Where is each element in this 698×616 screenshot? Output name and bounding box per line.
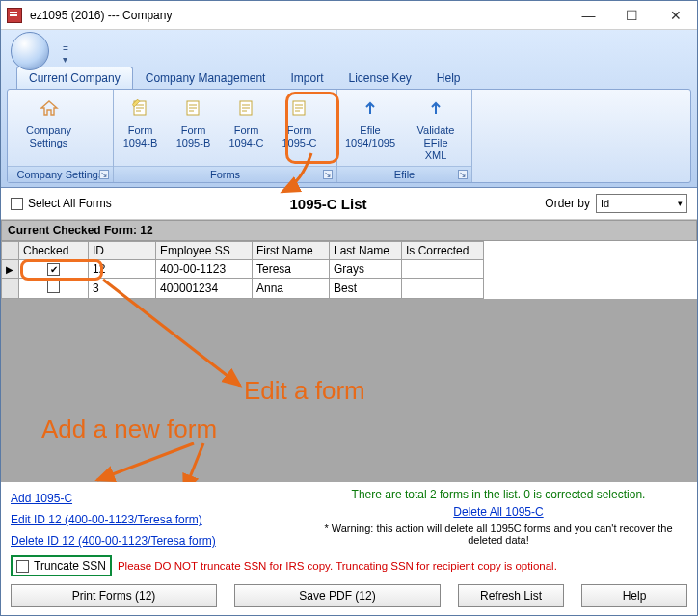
ribbon-content: Company Settings Company Settings↘ Form …: [7, 89, 691, 183]
company-settings-label: Company Settings: [26, 124, 71, 149]
form-1095b-button[interactable]: Form 1095-B: [167, 90, 220, 166]
titlebar: ez1095 (2016) --- Company — ☐ ✕: [1, 1, 697, 30]
orderby-label: Order by: [545, 197, 590, 210]
chevron-down-icon: ▾: [678, 199, 683, 208]
group-label-forms: Forms: [210, 169, 240, 180]
table-row[interactable]: 3 400001234 Anna Best: [2, 279, 484, 299]
form-icon: [183, 97, 204, 119]
annotation-add-form: Add a new form: [41, 415, 217, 444]
delete-all-link[interactable]: Delete All 1095-C: [453, 505, 543, 519]
tab-import[interactable]: Import: [278, 67, 336, 89]
col-is-corrected[interactable]: Is Corrected: [402, 242, 484, 260]
add-1095c-link[interactable]: Add 1095-C: [11, 492, 72, 505]
close-button[interactable]: ✕: [654, 2, 697, 29]
cell-fn: Teresa: [253, 260, 330, 279]
list-header-bar: Select All Forms 1095-C List Order by Id…: [1, 188, 697, 220]
table-row[interactable]: ▶ ✔ 12 400-00-1123 Teresa Grays: [2, 260, 484, 279]
delete-form-link[interactable]: Delete ID 12 (400-00-1123/Teresa form): [11, 534, 216, 548]
list-title: 1095-C List: [112, 196, 546, 212]
dialog-launcher-icon[interactable]: ↘: [323, 170, 333, 179]
col-checked[interactable]: Checked: [19, 242, 89, 260]
tab-company-management[interactable]: Company Management: [133, 67, 279, 89]
print-forms-button[interactable]: Print Forms (12): [11, 584, 217, 607]
svg-line-5: [97, 443, 194, 480]
truncate-ssn-checkbox[interactable]: Truncate SSN: [11, 555, 112, 576]
cell-fn: Anna: [253, 279, 330, 299]
dialog-launcher-icon[interactable]: ↘: [99, 170, 109, 179]
efile-1094-1095-button[interactable]: Efile 1094/1095: [337, 90, 403, 166]
ribbon-area: =▾ Current Company Company Management Im…: [1, 30, 697, 188]
qat-dropdown-icon[interactable]: =▾: [63, 43, 68, 65]
minimize-button[interactable]: —: [567, 2, 610, 29]
grid-area: Checked ID Employee SS First Name Last N…: [1, 241, 697, 482]
ribbon-tabs: Current Company Company Management Impor…: [16, 67, 691, 89]
app-icon: [7, 8, 22, 23]
form-1094b-button[interactable]: Form 1094-B: [114, 90, 167, 166]
form-1094c-button[interactable]: Form 1094-C: [220, 90, 273, 166]
annotation-edit-form: Edit a form: [244, 376, 365, 406]
tab-license-key[interactable]: License Key: [336, 67, 423, 89]
forms-grid[interactable]: Checked ID Employee SS First Name Last N…: [1, 241, 484, 299]
form-icon: [130, 97, 151, 119]
delete-warning: * Warning: this action will delete all 1…: [309, 522, 687, 546]
form-1095c-label: Form 1095-C: [282, 124, 316, 149]
row-checkbox[interactable]: ✔: [47, 263, 60, 276]
group-label-company-settings: Company Settings: [17, 169, 104, 180]
cell-ss: 400-00-1123: [156, 260, 253, 279]
orderby-value: Id: [601, 198, 609, 209]
cell-ln: Best: [330, 279, 402, 299]
form-1095b-label: Form 1095-B: [176, 124, 210, 149]
dialog-launcher-icon[interactable]: ↘: [458, 170, 468, 179]
cell-ln: Grays: [330, 260, 402, 279]
tab-help[interactable]: Help: [424, 67, 473, 89]
cell-id: 12: [89, 260, 156, 279]
col-last-name[interactable]: Last Name: [330, 242, 402, 260]
form-1094b-label: Form 1094-B: [123, 124, 157, 149]
save-pdf-button[interactable]: Save PDF (12): [234, 584, 441, 607]
edit-form-link[interactable]: Edit ID 12 (400-00-1123/Teresa form): [11, 513, 202, 526]
orderby-select[interactable]: Id ▾: [596, 194, 687, 213]
form-icon: [236, 97, 257, 119]
refresh-list-button[interactable]: Refresh List: [458, 584, 564, 607]
grid-header-row: Checked ID Employee SS First Name Last N…: [2, 242, 484, 260]
window-title: ez1095 (2016) --- Company: [28, 9, 567, 22]
checkbox-icon: [16, 560, 29, 573]
group-label-efile: Efile: [394, 169, 415, 180]
validate-efile-xml-label: Validate EFile XML: [417, 124, 455, 163]
form-1095c-button[interactable]: Form 1095-C: [273, 90, 326, 166]
row-indicator-icon: ▶: [6, 264, 13, 275]
row-checkbox[interactable]: [47, 281, 60, 293]
company-settings-button[interactable]: Company Settings: [8, 90, 90, 166]
svg-line-6: [184, 443, 203, 482]
form-icon: [289, 97, 310, 119]
cell-corr: [402, 279, 484, 299]
truncate-ssn-warning: Please DO NOT truncate SSN for IRS copy.…: [118, 560, 557, 572]
col-id[interactable]: ID: [89, 242, 156, 260]
col-first-name[interactable]: First Name: [253, 242, 330, 260]
home-icon: [39, 97, 60, 119]
maximize-button[interactable]: ☐: [610, 2, 654, 29]
total-forms-message: There are total 2 forms in the list. 0 i…: [309, 488, 687, 501]
cell-corr: [402, 260, 484, 279]
cell-id: 3: [89, 279, 156, 299]
col-employee-ss[interactable]: Employee SS: [156, 242, 253, 260]
efile-1094-1095-label: Efile 1094/1095: [345, 124, 395, 149]
bottom-panel: Add 1095-C Edit ID 12 (400-00-1123/Teres…: [1, 482, 697, 615]
form-1094c-label: Form 1094-C: [228, 124, 263, 149]
validate-efile-xml-button[interactable]: Validate EFile XML: [403, 90, 469, 166]
select-all-forms-checkbox[interactable]: Select All Forms: [11, 197, 112, 210]
cell-ss: 400001234: [156, 279, 253, 299]
app-menu-orb[interactable]: [11, 32, 49, 70]
help-button[interactable]: Help: [581, 584, 687, 607]
current-checked-bar: Current Checked Form: 12: [1, 220, 697, 241]
truncate-ssn-label: Truncate SSN: [34, 559, 106, 573]
upload-icon: [360, 97, 381, 119]
checkbox-icon: [11, 198, 23, 210]
select-all-label: Select All Forms: [28, 197, 112, 210]
upload-icon: [425, 97, 446, 119]
